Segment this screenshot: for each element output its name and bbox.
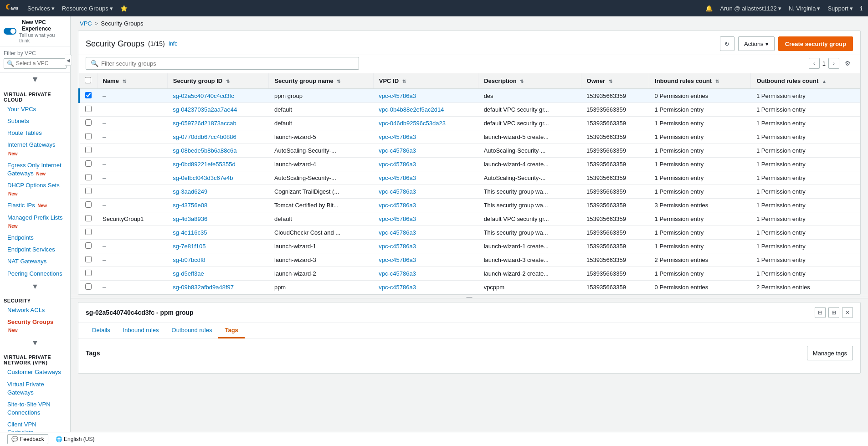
sidebar-item-security-groups[interactable]: Security Groups New	[4, 316, 67, 336]
row-checkbox-cell[interactable]	[79, 158, 98, 171]
tab-tags[interactable]: Tags	[218, 323, 244, 338]
row-checkbox[interactable]	[85, 270, 92, 276]
notifications-icon[interactable]: 🔔	[705, 5, 713, 12]
row-checkbox[interactable]	[85, 133, 92, 139]
col-name[interactable]: Name ⇅	[97, 73, 167, 89]
table-row[interactable]: – sg-08bede5b8b6a88c6a AutoScaling-Secur…	[79, 144, 861, 158]
sidebar-collapse-button[interactable]: ◀	[65, 55, 72, 66]
select-all-checkbox[interactable]	[85, 77, 91, 83]
row-checkbox[interactable]	[85, 215, 92, 221]
col-sg-name[interactable]: Security group name ⇅	[269, 73, 373, 89]
col-inbound[interactable]: Inbound rules count ⇅	[649, 73, 751, 89]
resize-handle[interactable]: —	[71, 295, 868, 298]
row-checkbox-cell[interactable]	[79, 171, 98, 185]
row-checkbox[interactable]	[85, 256, 92, 262]
tab-details[interactable]: Details	[86, 323, 117, 338]
row-checkbox[interactable]	[85, 201, 92, 208]
col-sg-id[interactable]: Security group ID ⇅	[167, 73, 269, 89]
row-checkbox[interactable]	[85, 242, 92, 249]
table-row[interactable]: – sg-7e81f105 launch-wizard-1 vpc-c45786…	[79, 240, 861, 253]
sidebar-item-dhcp-options[interactable]: DHCP Options Sets New	[4, 179, 67, 200]
row-checkbox-cell[interactable]	[79, 130, 98, 144]
sidebar-item-subnets[interactable]: Subnets	[4, 115, 67, 127]
row-checkbox[interactable]	[85, 283, 92, 290]
row-checkbox-cell[interactable]	[79, 117, 98, 130]
sidebar-item-your-vpcs[interactable]: Your VPCs	[4, 103, 67, 115]
select-all-header[interactable]	[79, 73, 98, 89]
table-row[interactable]: – sg-02a5c40740c4cd3fc ppm group vpc-c45…	[79, 89, 861, 103]
row-checkbox-cell[interactable]	[79, 281, 98, 294]
sidebar-item-elastic-ips[interactable]: Elastic IPs New	[4, 200, 67, 211]
col-description[interactable]: Description ⇅	[478, 73, 581, 89]
sidebar-item-route-tables[interactable]: Route Tables	[4, 127, 67, 139]
col-vpc-id[interactable]: VPC ID ⇅	[373, 73, 478, 89]
row-checkbox-cell[interactable]	[79, 240, 98, 253]
row-checkbox-cell[interactable]	[79, 144, 98, 158]
feedback-button[interactable]: 💬 Feedback	[7, 434, 48, 444]
row-checkbox[interactable]	[85, 188, 92, 194]
table-row[interactable]: – sg-4e116c35 CloudCheckr Cost and ... v…	[79, 226, 861, 240]
resource-groups-menu[interactable]: Resource Groups ▾	[62, 5, 113, 12]
sidebar-item-egress-gateways[interactable]: Egress Only Internet Gateways New	[4, 159, 67, 179]
actions-button[interactable]: Actions ▾	[738, 36, 775, 51]
table-row[interactable]: – sg-0bd89221efe55355d launch-wizard-4 v…	[79, 158, 861, 171]
vpc-experience-toggle[interactable]	[4, 28, 16, 35]
tab-outbound-rules[interactable]: Outbound rules	[165, 323, 219, 338]
row-checkbox-cell[interactable]	[79, 212, 98, 226]
prev-page-button[interactable]: ‹	[809, 58, 820, 69]
table-row[interactable]: – sg-3aad6249 Cognizant TrailDigest (...…	[79, 185, 861, 199]
help-icon[interactable]: ℹ	[860, 5, 863, 12]
sidebar-item-internet-gateways[interactable]: Internet Gateways New	[4, 139, 67, 159]
aws-logo[interactable]: aws	[5, 4, 20, 13]
detail-close-button[interactable]: ✕	[842, 307, 853, 318]
vpc-filter-input-wrap[interactable]: 🔍	[4, 58, 67, 69]
row-checkbox[interactable]	[85, 229, 92, 235]
table-row[interactable]: – sg-0efbcf043d3c67e4b AutoScaling-Secur…	[79, 171, 861, 185]
row-checkbox-cell[interactable]	[79, 253, 98, 267]
row-checkbox[interactable]	[85, 106, 92, 112]
row-checkbox[interactable]	[85, 147, 92, 153]
bookmarks-icon[interactable]: ⭐	[120, 5, 128, 12]
next-page-button[interactable]: ›	[828, 58, 839, 69]
sidebar-item-peering[interactable]: Peering Connections	[4, 268, 67, 280]
table-row[interactable]: SecurityGroup1 sg-4d3a8936 default vpc-c…	[79, 212, 861, 226]
table-row[interactable]: – sg-d5eff3ae launch-wizard-2 vpc-c45786…	[79, 267, 861, 281]
tab-inbound-rules[interactable]: Inbound rules	[117, 323, 165, 338]
sidebar-item-endpoint-services[interactable]: Endpoint Services	[4, 244, 67, 256]
table-row[interactable]: – sg-09b832afbd9a48f97 ppm vpc-c45786a3 …	[79, 281, 861, 294]
row-checkbox-cell[interactable]	[79, 226, 98, 240]
row-checkbox[interactable]	[85, 160, 92, 167]
row-checkbox[interactable]	[85, 92, 92, 98]
sidebar-item-customer-gateways[interactable]: Customer Gateways	[4, 366, 67, 378]
row-checkbox-cell[interactable]	[79, 103, 98, 117]
col-outbound[interactable]: Outbound rules count ▲	[751, 73, 860, 89]
row-checkbox[interactable]	[85, 119, 92, 126]
new-vpc-toggle[interactable]: New VPC Experience Tell us what you thin…	[0, 16, 70, 46]
sidebar-item-managed-prefix[interactable]: Managed Prefix Lists New	[4, 212, 67, 232]
sidebar-item-site-vpn[interactable]: Site-to-Site VPN Connections	[4, 399, 67, 419]
row-checkbox-cell[interactable]	[79, 267, 98, 281]
info-badge[interactable]: Info	[169, 41, 178, 47]
search-input[interactable]	[101, 60, 354, 67]
table-settings-button[interactable]: ⚙	[842, 58, 853, 69]
table-row[interactable]: – sg-b07bcdf8 launch-wizard-3 vpc-c45786…	[79, 253, 861, 267]
table-row[interactable]: – sg-059726d21873accab default vpc-046db…	[79, 117, 861, 130]
table-row[interactable]: – sg-0770ddb67cc4b0886 launch-wizard-5 v…	[79, 130, 861, 144]
sidebar-item-nat-gateways[interactable]: NAT Gateways	[4, 256, 67, 267]
table-row[interactable]: – sg-04237035a2aa7ae44 default vpc-0b4b8…	[79, 103, 861, 117]
language-selector[interactable]: 🌐 English (US)	[56, 436, 95, 442]
col-owner[interactable]: Owner ⇅	[581, 73, 649, 89]
breadcrumb-vpc[interactable]: VPC	[80, 20, 92, 27]
detail-expand-button[interactable]: ⊞	[828, 307, 839, 318]
sidebar-item-vpn-gateways[interactable]: Virtual Private Gateways	[4, 379, 67, 399]
row-checkbox-cell[interactable]	[79, 185, 98, 199]
table-row[interactable]: – sg-43756e08 Tomcat Certified by Bit...…	[79, 199, 861, 212]
services-menu[interactable]: Services ▾	[27, 5, 55, 12]
user-menu[interactable]: Arun @ aliastest1122 ▾	[720, 5, 781, 12]
refresh-button[interactable]: ↻	[720, 36, 734, 51]
sidebar-item-network-acls[interactable]: Network ACLs	[4, 304, 67, 316]
create-security-group-button[interactable]: Create security group	[778, 36, 853, 51]
manage-tags-button[interactable]: Manage tags	[807, 346, 853, 360]
detail-minimize-button[interactable]: ⊟	[815, 307, 826, 318]
support-menu[interactable]: Support ▾	[827, 5, 853, 12]
